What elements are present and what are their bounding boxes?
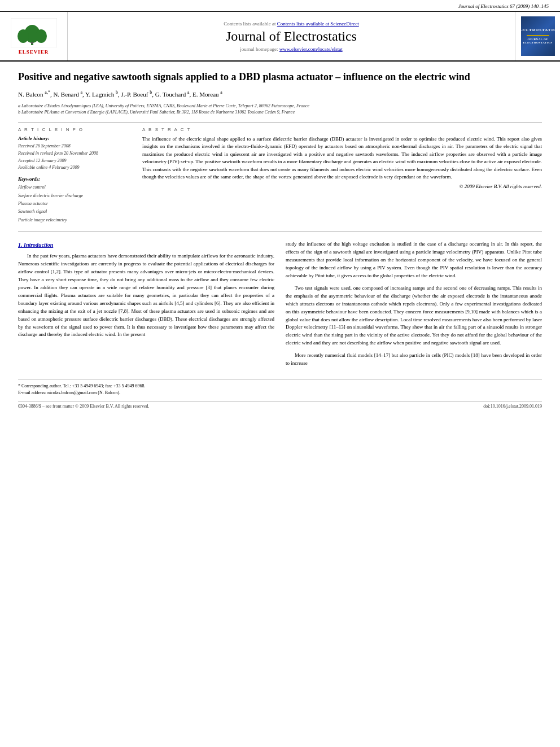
svg-point-4 <box>36 29 47 43</box>
history-label: Article history: <box>18 136 131 141</box>
copyright: © 2009 Elsevier B.V. All rights reserved… <box>142 184 542 189</box>
intro-para-1: In the past few years, plasma actuators … <box>18 252 274 339</box>
article-info-label: A R T I C L E I N F O <box>18 127 131 132</box>
elsevier-logo-img <box>11 18 57 47</box>
elsevier-logo-area: ELSEVIER <box>0 12 68 60</box>
keyword-3: Plasma actuator <box>18 200 131 208</box>
badge-text: ELECTROSTATICS <box>516 28 559 33</box>
affiliation-a: a Laboratoire d'Etudes Aérodynamiques (L… <box>18 103 542 109</box>
issn-text: 0304-3886/$ – see front matter © 2009 El… <box>18 404 150 409</box>
article-title: Positive and negative sawtooth signals a… <box>18 71 542 84</box>
body-columns: 1. Introduction In the past few years, p… <box>18 241 542 372</box>
article-content: Positive and negative sawtooth signals a… <box>0 62 560 418</box>
intro-para-2: study the influence of the high voltage … <box>286 241 542 280</box>
keywords-label: Keywords: <box>18 176 131 182</box>
science-direct-link: Contents lists available at Contents lis… <box>224 21 358 27</box>
journal-title: Journal of Electrostatics <box>226 29 357 44</box>
keyword-5: Particle image velocimetry <box>18 216 131 224</box>
authors-line: N. Balcon a,*, N. Benard a, Y. Lagmich b… <box>18 89 542 99</box>
affiliations: a Laboratoire d'Etudes Aérodynamiques (L… <box>18 103 542 115</box>
journal-homepage: journal homepage: www.elsevier.com/locat… <box>240 46 342 52</box>
journal-badge: ELECTROSTATICS JOURNAL OFELECTROSTATICS <box>521 16 555 56</box>
intro-heading: 1. Introduction <box>18 241 274 249</box>
doi-text: doi:10.1016/j.elstat.2009.01.019 <box>483 404 542 409</box>
abstract-label: A B S T R A C T <box>142 127 542 132</box>
keywords-block: Keywords: Airflow control Surface dielec… <box>18 176 131 224</box>
intro-para-3: Two test signals were used, one composed… <box>286 285 542 348</box>
divider-1 <box>18 122 542 123</box>
bottom-bar: 0304-3886/$ – see front matter © 2009 El… <box>18 401 542 409</box>
homepage-url[interactable]: www.elsevier.com/locate/elstat <box>279 46 343 52</box>
body-content: 1. Introduction In the past few years, p… <box>18 241 542 409</box>
footnote-corresponding: * Corresponding author. Tel.: +33 5 4949… <box>18 383 542 390</box>
journal-reference: Journal of Electrostatics 67 (2009) 140–… <box>0 0 560 12</box>
intro-para-4: More recently numerical fluid models [14… <box>286 352 542 368</box>
svg-point-5 <box>31 42 33 44</box>
keywords-list: Airflow control Surface dielectric barri… <box>18 184 131 224</box>
divider-2 <box>18 231 542 231</box>
article-info-column: A R T I C L E I N F O Article history: R… <box>18 127 131 224</box>
footnotes: * Corresponding author. Tel.: +33 5 4949… <box>18 379 542 396</box>
elsevier-text: ELSEVIER <box>19 49 49 55</box>
affiliation-b: b Laboratoire PLAsma et Conversion d'Ene… <box>18 109 542 115</box>
science-direct-label[interactable]: Contents lists available at ScienceDirec… <box>277 21 359 27</box>
info-abstract-section: A R T I C L E I N F O Article history: R… <box>18 127 542 224</box>
elsevier-logo: ELSEVIER <box>11 18 57 55</box>
journal-title-area: Contents lists available at Contents lis… <box>68 12 515 60</box>
abstract-column: A B S T R A C T The influence of the ele… <box>142 127 542 224</box>
footnote-email: E-mail address: nicolas.balcon@gmail.com… <box>18 390 542 396</box>
journal-header: ELSEVIER Contents lists available at Con… <box>0 12 560 62</box>
article-history: Article history: Received 26 September 2… <box>18 136 131 172</box>
body-left-col: 1. Introduction In the past few years, p… <box>18 241 274 372</box>
journal-badge-area: ELECTROSTATICS JOURNAL OFELECTROSTATICS <box>515 12 560 60</box>
svg-point-3 <box>18 29 29 43</box>
keyword-2: Surface dielectric barrier discharge <box>18 192 131 200</box>
badge-subtext: JOURNAL OFELECTROSTATICS <box>523 38 552 45</box>
abstract-text: The influence of the electric signal sha… <box>142 136 542 181</box>
keyword-4: Sawtooth signal <box>18 208 131 216</box>
received-date: Received 26 September 2008 Received in r… <box>18 143 131 172</box>
body-right-col: study the influence of the high voltage … <box>286 241 542 372</box>
keyword-1: Airflow control <box>18 184 131 191</box>
